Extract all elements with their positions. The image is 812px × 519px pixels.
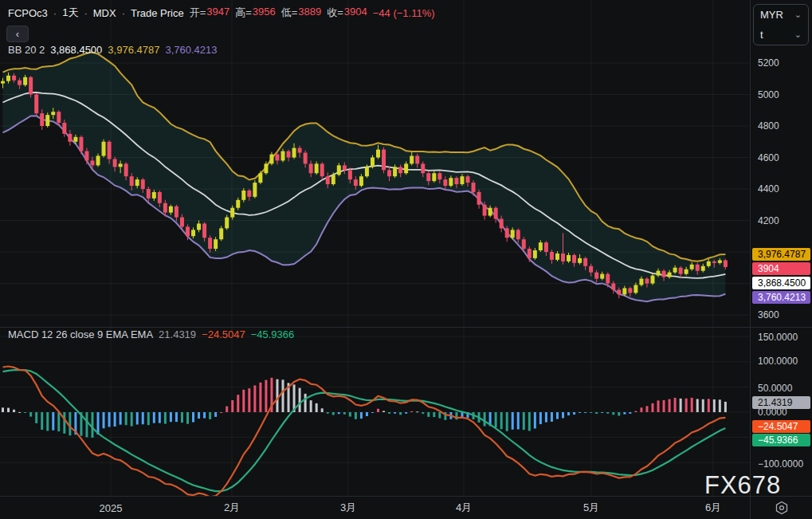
time-axis[interactable]: 20252月3月4月5月6月 [0,497,812,519]
hist-bar [85,412,88,437]
hist-bar [316,403,318,412]
hist-bar [192,412,194,423]
candle [511,230,515,238]
hist-bar [629,412,631,414]
hist-bar [534,412,536,429]
currency-select-value: MYR [760,9,783,21]
pane-separator[interactable] [0,327,812,328]
hist-bar [321,408,324,412]
bb-legend-label: BB 20 2 [8,44,45,56]
candle [191,230,195,236]
hist-bar [427,412,430,417]
hist-bar [231,400,233,412]
hist-bar [327,412,329,414]
hist-bar [663,400,665,412]
hist-bar [422,412,424,414]
hist-bar [410,411,413,412]
hist-bar [181,412,183,423]
candle [696,265,700,271]
symbol-name[interactable]: FCPOc3 [8,7,48,19]
price-axis-separator [750,0,751,519]
hist-bar [551,412,553,422]
bb-legend[interactable]: BB 20 2 3,868.4500 3,976.4787 3,760.4213 [8,44,218,56]
candle [258,173,262,183]
hist-bar [108,412,111,427]
hist-bar [696,399,699,412]
hist-bar [584,412,586,413]
hist-bar [242,390,245,412]
hist-bar [170,412,172,422]
bb-upper-value: 3,976.4787 [108,44,159,56]
hist-bar [69,412,71,435]
back-button[interactable]: ‹ [6,26,29,42]
axis-tick-label: 3600 [758,309,779,320]
candle [147,189,151,199]
hist-bar [595,412,598,414]
interval-label[interactable]: 1天 [62,6,78,20]
macd-legend[interactable]: MACD 12 26 close 9 EMA EMA 21.4319 −24.5… [8,328,294,340]
candle [500,219,504,229]
hist-bar [7,408,10,412]
hist-bar [214,412,217,417]
hist-bar [438,412,441,419]
hist-bar [579,412,581,413]
hist-bar [606,412,609,414]
axis-tick-label: 4800 [758,120,779,132]
candle [202,223,206,238]
hist-bar [304,394,307,412]
candle [600,274,604,279]
symbol-legend: FCPOc3 · 1天 · MDX · Trade Price 开=3947 高… [8,6,435,20]
candle [365,167,369,176]
macd-line [3,367,726,497]
candle [219,228,223,239]
candle [326,176,330,184]
candle [6,76,10,81]
time-tick-label: 2月 [224,501,240,515]
hist-bar [573,412,575,415]
hist-bar [103,412,105,428]
hist-bar [209,412,211,419]
candle [645,279,649,284]
axis-badge-bb-upper: 3,976.4787 [752,248,810,261]
candle [158,192,162,203]
price-axis[interactable]: MYR ⌄ t ⌄ 520050004800460044004200360015… [751,0,812,496]
hist-bar [198,412,200,419]
trading-chart-app: FCPOc3 · 1天 · MDX · Trade Price 开=3947 高… [0,0,812,519]
hist-bar [713,399,716,412]
chevron-left-icon: ‹ [16,28,19,40]
candle [281,151,285,161]
hist-bar [136,412,139,425]
hist-bar [259,383,261,412]
hist-bar [147,412,150,425]
time-tick-label: 4月 [456,501,472,515]
hist-bar [691,398,693,412]
axis-badge-bb-basis: 3,868.4500 [752,277,810,289]
hist-bar [433,412,435,417]
separator-dot: · [53,7,57,19]
axis-settings-icon[interactable] [774,500,790,516]
candle [387,170,391,176]
candle [96,156,100,166]
candle [628,288,632,293]
candle [421,163,425,173]
hist-bar [657,400,660,412]
candle [275,155,279,161]
unit-select[interactable]: t ⌄ [754,25,808,45]
axis-badge-macd-signal: −45.9366 [752,434,810,446]
candle [236,200,240,208]
price-type-label: Trade Price [131,7,184,19]
hist-bar [91,412,93,438]
candle [662,271,666,277]
candle [454,178,458,184]
time-tick-label: 5月 [583,501,599,515]
unit-select-value: t [760,29,763,41]
macd-pane[interactable] [0,327,750,496]
currency-select[interactable]: MYR ⌄ [754,5,808,25]
candle [410,156,414,164]
candle [175,206,178,218]
axis-tick-label: −100.0000 [758,458,803,470]
hist-bar [97,412,100,434]
candle [724,260,728,266]
candle [90,160,94,165]
hist-bar [41,412,43,430]
